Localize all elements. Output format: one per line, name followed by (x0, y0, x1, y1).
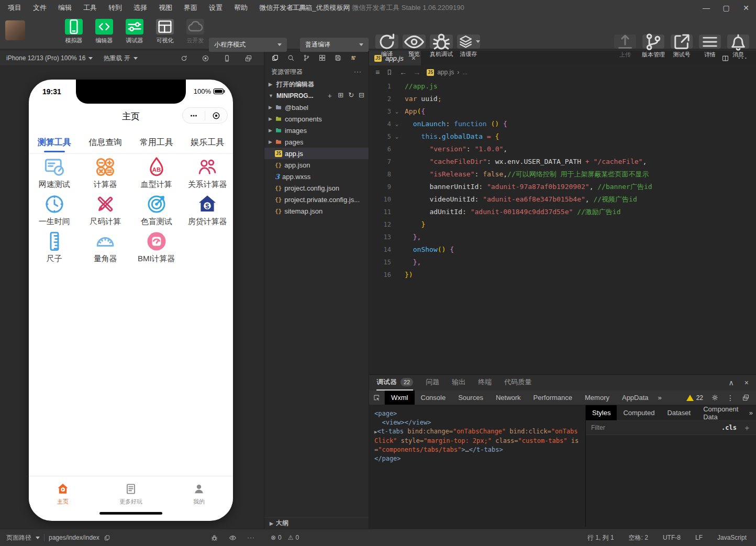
multi-window-icon[interactable] (244, 54, 252, 62)
category-tab-2[interactable]: 常用工具 (131, 132, 182, 153)
tree-item-sitemap.json[interactable]: {}sitemap.json (264, 205, 369, 217)
menu-item-3[interactable]: 工具 (77, 0, 103, 16)
tool-item[interactable]: BMI计算器 (131, 229, 182, 266)
outline-section[interactable]: ▶ 大纲 (264, 517, 369, 529)
category-tab-3[interactable]: 娱乐工具 (182, 132, 234, 153)
category-tab-0[interactable]: 测算工具 (29, 132, 80, 153)
tabbar-person[interactable]: 我的 (165, 476, 233, 512)
action-layers-button[interactable]: 清缓存 (457, 35, 481, 58)
warnings-chip[interactable]: 22 (686, 394, 703, 402)
right-external-button[interactable]: 测试号 (669, 35, 694, 59)
git-branch-icon[interactable] (303, 54, 310, 62)
dom-node[interactable]: <view></view> (374, 418, 580, 427)
more-actions-icon[interactable]: ··· (247, 534, 255, 541)
tool-item[interactable]: 计算器 (80, 154, 131, 192)
category-tab-1[interactable]: 信息查询 (80, 132, 131, 153)
open-editors-section[interactable]: ▶ 打开的编辑器 (264, 79, 369, 90)
close-icon[interactable]: ✕ (736, 0, 756, 16)
files-icon[interactable] (271, 54, 279, 62)
kebab-menu-icon[interactable]: ⋮ (727, 394, 734, 402)
tree-item-components[interactable]: ▶components (264, 113, 369, 125)
action-eye-button[interactable]: 预览 (402, 35, 426, 58)
devtools-tab-performance[interactable]: Performance (527, 391, 579, 405)
panel-tab-0[interactable]: 调试器22 (376, 375, 413, 391)
more-actions-icon[interactable]: ··· (354, 68, 362, 75)
search-icon[interactable] (287, 54, 295, 62)
toolbar-layout-button[interactable]: 可视化 (152, 19, 178, 44)
inspect-element-icon[interactable] (369, 391, 385, 405)
dom-node[interactable]: <page> (374, 409, 580, 418)
tree-item-app.wxss[interactable]: 3app.wxss (264, 171, 369, 182)
extensions-icon[interactable] (318, 54, 326, 62)
cls-toggle[interactable]: .cls (721, 424, 737, 431)
fold-arrow-icon[interactable]: ⌄ (391, 105, 403, 118)
fold-arrow-icon[interactable]: ⌄ (391, 118, 403, 130)
bug-icon[interactable] (210, 534, 218, 542)
styles-tab-component-data[interactable]: Component Data (697, 405, 746, 420)
tool-item[interactable]: 一生时间 (29, 192, 80, 229)
wxml-dom-tree[interactable]: <page> <view></view>▶<t-tabs bind:change… (369, 405, 585, 527)
tool-item[interactable]: 量角器 (80, 229, 131, 266)
tabbar-home[interactable]: 主页 (29, 476, 97, 512)
devtools-tab-network[interactable]: Network (490, 391, 527, 405)
devtools-tab-appdata[interactable]: AppData (616, 391, 655, 405)
devtools-tab-memory[interactable]: Memory (579, 391, 616, 405)
tree-item-app.js[interactable]: JSapp.js (264, 148, 369, 159)
filter-input[interactable] (591, 424, 721, 431)
devtools-tab-sources[interactable]: Sources (452, 391, 490, 405)
styles-tab-computed[interactable]: Computed (617, 405, 661, 420)
status-item-0[interactable]: 行 1, 列 1 (587, 533, 614, 542)
device-frame-icon[interactable] (223, 54, 231, 62)
tool-item[interactable]: 尺码计算 (80, 192, 131, 229)
tool-item[interactable]: 血型计算 (131, 154, 182, 192)
user-avatar[interactable] (5, 20, 25, 40)
gear-icon[interactable] (711, 394, 719, 402)
tool-item[interactable]: 关系计算器 (182, 154, 234, 192)
status-item-1[interactable]: 空格: 2 (629, 533, 648, 542)
toolbar-phone-button[interactable]: 模拟器 (61, 19, 87, 44)
devtools-tab-wxml[interactable]: Wxml (385, 391, 415, 405)
more-menu-icon[interactable] (183, 111, 205, 120)
tree-item-app.json[interactable]: {}app.json (264, 159, 369, 171)
collapse-all-icon[interactable]: ⊟ (359, 91, 364, 101)
status-item-2[interactable]: UTF-8 (663, 534, 681, 541)
compile-select[interactable]: 普通编译 (300, 38, 369, 52)
right-bell-button[interactable]: 消息 (726, 35, 751, 59)
dom-node[interactable]: ▶<t-tabs bind:change="onTabsChange" bind… (374, 427, 580, 454)
statusbar-problems[interactable]: ⊗0 ⚠0 (264, 529, 369, 546)
menu-item-1[interactable]: 文件 (27, 0, 52, 16)
chevron-down-icon[interactable] (36, 537, 40, 539)
menu-item-6[interactable]: 视图 (153, 0, 178, 16)
eye-icon[interactable] (229, 534, 237, 542)
styles-tab-dataset[interactable]: Dataset (661, 405, 697, 420)
right-branch-button[interactable]: 版本管理 (641, 35, 666, 59)
exit-miniprogram-icon[interactable] (205, 111, 227, 120)
tool-item[interactable]: 网速测试 (29, 154, 80, 192)
more-tabs-icon[interactable]: » (655, 391, 665, 405)
tree-item-@babel[interactable]: ▶@babel (264, 102, 369, 113)
maximize-icon[interactable]: ▢ (716, 0, 736, 16)
menu-item-8[interactable]: 设置 (203, 0, 228, 16)
action-refresh-button[interactable]: 编译 (375, 35, 399, 58)
toolbar-sliders-button[interactable]: 调试器 (121, 19, 148, 44)
toolbar-code-button[interactable]: 编辑器 (91, 19, 117, 44)
panel-tab-4[interactable]: 代码质量 (504, 375, 531, 391)
collapse-panel-icon[interactable]: ∧ (729, 378, 734, 387)
tool-item[interactable]: 尺子 (29, 229, 80, 266)
panel-tab-2[interactable]: 输出 (452, 375, 465, 391)
panel-tab-1[interactable]: 问题 (426, 375, 439, 391)
menu-item-4[interactable]: 转到 (103, 0, 128, 16)
tool-item[interactable]: 色盲测试 (131, 192, 182, 229)
new-file-icon[interactable]: ＋ (326, 91, 333, 101)
status-item-4[interactable]: JavaScript (717, 534, 747, 541)
copy-icon[interactable] (104, 534, 110, 541)
styles-tab-styles[interactable]: Styles (586, 405, 617, 420)
add-style-icon[interactable]: ＋ (743, 423, 751, 433)
tree-item-project.config.json[interactable]: {}project.config.json (264, 182, 369, 194)
status-item-3[interactable]: LF (695, 534, 703, 541)
mode-select[interactable]: 小程序模式 (209, 38, 287, 52)
menu-item-5[interactable]: 选择 (128, 0, 153, 16)
tool-item[interactable]: 房贷计算器 (182, 192, 234, 229)
menu-item-2[interactable]: 编辑 (52, 0, 77, 16)
save-icon[interactable] (334, 54, 342, 62)
